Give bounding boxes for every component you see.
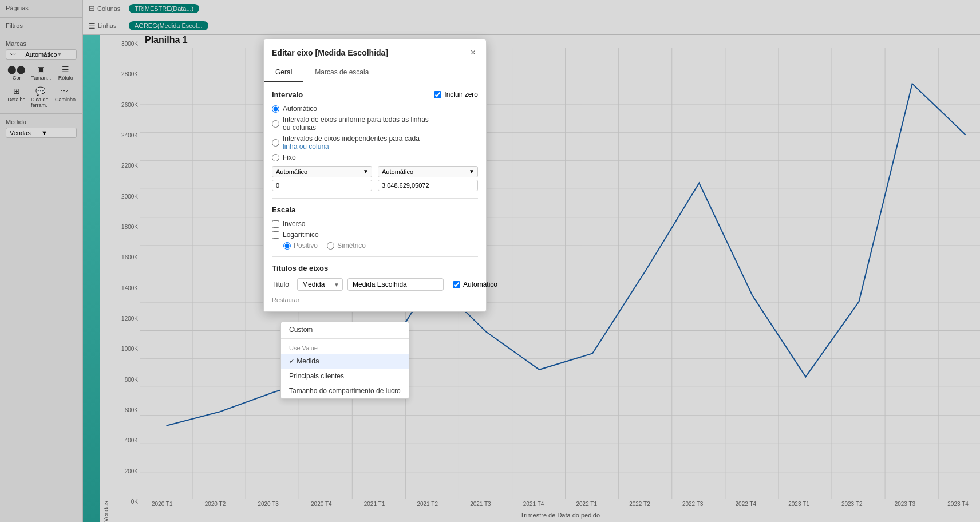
dropdown-tamanho-compartimento[interactable]: Tamanho do compartimento de lucro <box>281 383 409 398</box>
modal-title: Editar eixo [Medida Escolhida] <box>272 48 468 57</box>
positivo-label: Positivo <box>294 242 318 250</box>
inverso-checkbox[interactable] <box>272 220 279 228</box>
y-tick: 800K <box>112 377 138 383</box>
cor-icon: ⬤⬤ <box>7 65 26 74</box>
marks-caminho-btn[interactable]: 〰 Caminho <box>54 85 77 110</box>
colunas-label: ⊟ Colunas <box>89 4 129 13</box>
medida-dropdown[interactable]: Vendas ▼ <box>6 128 77 138</box>
linhas-icon: ☰ <box>89 22 96 30</box>
filtros-label: Filtros <box>6 22 77 29</box>
y-tick: 1200K <box>112 315 138 322</box>
min-range-select[interactable]: Automático <box>272 166 372 177</box>
max-select-wrapper: Automático ▼ <box>378 166 478 180</box>
linhas-pill[interactable]: AGREG(Medida Escol... <box>129 21 208 30</box>
radio-independente[interactable] <box>272 139 279 147</box>
automatico-checkbox[interactable] <box>453 281 460 288</box>
escala-radio-group: Positivo Simétrico <box>283 242 478 250</box>
colunas-pill[interactable]: TRIMESTRE(Data...) <box>129 4 199 13</box>
blue-sidebar-bar <box>83 35 100 522</box>
marks-cor-btn[interactable]: ⬤⬤ Cor <box>6 63 28 82</box>
y-tick: 3000K <box>112 41 138 47</box>
radio-uniforme-row: Intervalo de eixos uniforme para todas a… <box>272 116 478 132</box>
radio-fixo[interactable] <box>272 154 279 161</box>
marks-detalhe-btn[interactable]: ⊞ Detalhe <box>6 85 27 110</box>
top-bar: ⊟ Colunas TRIMESTRE(Data...) ☰ Linhas AG… <box>83 0 980 35</box>
marks-type-dropdown[interactable]: 〰 Automático ▼ <box>6 49 77 60</box>
marks-dica-btn[interactable]: 💬 Dica de ferram. <box>30 85 52 110</box>
marks-icons-grid: ⬤⬤ Cor ▣ Taman... ☰ Rótulo <box>6 63 77 82</box>
simetrico-radio-row: Simétrico <box>327 242 366 250</box>
titulo-select-wrapper: Medida ▼ <box>297 278 343 291</box>
modal-tabs: Geral Marcas de escala <box>264 64 486 82</box>
modal-body: Intervalo Incluir zero Automático Interv… <box>264 82 486 311</box>
rotulo-icon: ☰ <box>62 65 69 74</box>
range-inputs: Automático ▼ Automático ▼ <box>272 166 478 191</box>
titulos-eixos-title: Títulos de eixos <box>272 264 478 272</box>
max-input-group: Automático ▼ <box>378 166 478 191</box>
radio-uniforme[interactable] <box>272 120 279 128</box>
modal-header: Editar eixo [Medida Escolhida] × <box>264 39 486 59</box>
titulo-select[interactable]: Medida <box>297 278 343 291</box>
titulo-row: Título Medida ▼ Automático <box>272 278 478 291</box>
titulos-eixos-section: Títulos de eixos Título Medida ▼ Automát… <box>272 264 478 291</box>
marks-tamanho-btn[interactable]: ▣ Taman... <box>30 63 53 82</box>
tab-marcas-escala[interactable]: Marcas de escala <box>303 64 380 82</box>
y-tick: 400K <box>112 437 138 444</box>
linhas-row: ☰ Linhas AGREG(Medida Escol... <box>83 17 980 34</box>
incluir-zero-checkbox[interactable] <box>434 91 441 98</box>
inverso-label: Inverso <box>272 220 478 228</box>
simetrico-radio[interactable] <box>327 242 334 250</box>
positivo-radio[interactable] <box>283 242 291 250</box>
y-tick: 600K <box>112 407 138 413</box>
colunas-icon: ⊟ <box>89 4 95 13</box>
titulo-dropdown-popup: Custom Use Value ✓ Medida Principais cli… <box>280 322 409 399</box>
radio-independente-row: Intervalos de eixos independentes para c… <box>272 135 478 151</box>
y-tick: 2200K <box>112 163 138 169</box>
logaritmico-checkbox[interactable] <box>272 231 279 239</box>
y-tick: 1600K <box>112 254 138 260</box>
tamanho-icon: ▣ <box>37 65 45 74</box>
max-range-select[interactable]: Automático <box>378 166 478 177</box>
dropdown-principais-clientes[interactable]: Principais clientes <box>281 369 409 383</box>
x-axis-ticks: 2020 T1 2020 T2 2020 T3 2020 T4 2021 T1 … <box>140 501 980 507</box>
filtros-section: Filtros <box>0 18 82 35</box>
caminho-icon: 〰 <box>61 86 69 96</box>
y-tick: 1400K <box>112 285 138 291</box>
paginas-label: Páginas <box>6 5 77 11</box>
y-tick: 2800K <box>112 71 138 77</box>
min-input-group: Automático ▼ <box>272 166 372 191</box>
tab-geral[interactable]: Geral <box>264 64 303 82</box>
dropdown-medida[interactable]: ✓ Medida <box>281 354 409 369</box>
simetrico-label: Simétrico <box>337 242 366 250</box>
incluir-zero-label: Incluir zero <box>444 90 478 98</box>
main-area: ⊟ Colunas TRIMESTRE(Data...) ☰ Linhas AG… <box>83 0 980 522</box>
y-axis-label: Vendas <box>100 35 112 522</box>
marks-rotulo-btn[interactable]: ☰ Rótulo <box>54 63 77 82</box>
min-select-wrapper: Automático ▼ <box>272 166 372 180</box>
divider-2 <box>272 256 478 257</box>
y-tick: 2600K <box>112 102 138 108</box>
modal-close-button[interactable]: × <box>468 46 478 59</box>
sidebar: Páginas Filtros Marcas 〰 Automático ▼ ⬤⬤… <box>0 0 83 522</box>
escala-title: Escala <box>272 205 478 214</box>
detalhe-icon: ⊞ <box>13 86 20 96</box>
bottom-row: Restaurar <box>272 296 478 303</box>
chart-container: Vendas 3000K 2800K 2600K 2400K 2200K 200… <box>83 35 980 522</box>
max-value-input[interactable] <box>378 180 478 191</box>
linhas-label: ☰ Linhas <box>89 22 129 30</box>
dropdown-custom[interactable]: Custom <box>281 322 409 337</box>
min-value-input[interactable] <box>272 180 372 191</box>
check-medida: ✓ <box>289 357 297 365</box>
radio-automatico-row: Automático <box>272 105 478 113</box>
y-axis-ticks: 3000K 2800K 2600K 2400K 2200K 2000K 1800… <box>112 35 140 522</box>
x-axis-label: Trimestre de Data do pedido <box>140 509 980 519</box>
incluir-zero-row: Incluir zero <box>434 90 478 98</box>
edit-axis-modal: Editar eixo [Medida Escolhida] × Geral M… <box>263 39 487 312</box>
dica-icon: 💬 <box>35 86 45 96</box>
titulo-label: Título <box>272 280 293 288</box>
titulo-input[interactable] <box>347 278 444 291</box>
dropdown-divider <box>281 338 409 339</box>
y-tick: 2400K <box>112 132 138 139</box>
restore-link[interactable]: Restaurar <box>272 296 299 303</box>
radio-automatico[interactable] <box>272 105 279 113</box>
